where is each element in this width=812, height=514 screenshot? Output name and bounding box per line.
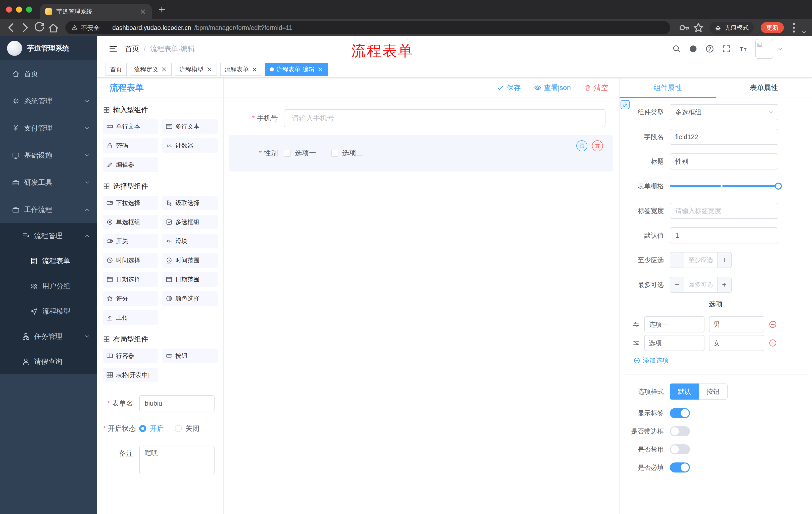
remove-option-icon[interactable] [769,339,777,347]
component-radio-group[interactable]: 单选框组 [103,215,158,229]
title-input[interactable] [670,154,778,169]
component-color-picker[interactable]: 颜色选择 [162,291,218,306]
slider-track[interactable] [670,185,778,187]
save-button[interactable]: 保存 [497,83,521,92]
sidebar-item-user-group[interactable]: 用户分组 [0,274,97,299]
sidebar-item-leave-query[interactable]: 请假查询 [0,349,97,374]
avatar-caret-icon[interactable] [777,46,783,52]
copy-widget-button[interactable] [576,140,587,152]
label-width-input[interactable] [670,203,778,219]
widget-phone[interactable]: 手机号 [229,104,613,132]
drag-handle-icon[interactable] [633,340,640,347]
page-tab-close-icon[interactable] [206,66,212,73]
component-type-select[interactable]: 多选框组 [670,104,778,120]
phone-input[interactable] [284,109,606,127]
page-tab-close-icon[interactable] [161,66,167,73]
page-tab-process-definition[interactable]: 流程定义 [129,63,172,76]
sidebar-item-workflow[interactable]: 工作流程 [0,196,97,223]
forward-button[interactable] [19,22,31,34]
option-value-input[interactable] [709,335,764,351]
sidebar-collapse-icon[interactable] [109,44,118,54]
status-radio-off[interactable]: 关闭 [175,424,200,433]
sidebar-item-process-mgmt[interactable]: 流程管理 [0,223,97,248]
increase-button[interactable] [717,277,731,292]
increase-button[interactable] [717,252,731,268]
component-checkbox-group[interactable]: 多选框组 [162,215,218,229]
widget-gender-selected[interactable]: 性别 选项一选项二 [229,135,613,171]
toggle-border[interactable] [670,426,690,436]
option-value-input[interactable] [709,316,764,332]
component-time-picker[interactable]: 时间选择 [103,253,158,268]
component-upload[interactable]: 上传 [103,310,158,325]
component-table[interactable]: 表格[开发中] [103,368,158,382]
help-icon[interactable] [705,45,714,53]
decrease-button[interactable] [670,252,685,268]
window-close-button[interactable] [6,6,12,12]
back-button[interactable] [5,22,17,34]
toggle-required[interactable] [670,462,690,472]
sidebar-item-process-model[interactable]: 流程模型 [0,299,97,324]
browser-menu-icon[interactable] [788,22,800,34]
form-name-input[interactable] [139,395,214,411]
slider-handle[interactable] [775,183,782,190]
component-editor[interactable]: 编辑器 [103,157,158,172]
component-date-picker[interactable]: 日期选择 [103,272,158,287]
user-avatar[interactable] [755,39,773,59]
toggle-disabled[interactable] [670,444,690,454]
reload-button[interactable] [33,22,45,34]
decrease-button[interactable] [670,277,685,292]
tab-close-icon[interactable] [139,8,147,15]
add-option-button[interactable]: 添加选项 [634,356,812,365]
remove-option-icon[interactable] [769,320,777,328]
app-logo-row[interactable]: 芋道管理系统 [0,36,97,60]
component-multi-line[interactable]: 多行文本 [162,119,218,134]
component-row-container[interactable]: 行容器 [103,349,158,363]
toggle-show-label[interactable] [670,408,690,418]
sidebar-item-devtools[interactable]: 研发工具 [0,169,97,196]
search-icon[interactable] [672,45,681,53]
component-password[interactable]: 密码 [103,138,158,153]
checkbox-unchecked-icon[interactable] [331,150,338,157]
page-tab-process-model[interactable]: 流程模型 [175,63,217,76]
form-remark-textarea[interactable]: 嘿嘿 [139,445,214,474]
component-counter[interactable]: 123计数器 [162,138,218,153]
page-tab-close-icon[interactable] [317,66,324,73]
view-json-button[interactable]: 查看json [534,83,571,92]
field-name-input[interactable] [670,129,778,145]
style-button-button[interactable]: 按钮 [699,383,728,400]
style-default-button[interactable]: 默认 [670,383,699,400]
component-single-line[interactable]: 单行文本 [103,119,158,134]
sidebar-item-system[interactable]: 系统管理 [0,87,97,115]
page-tab-process-form-edit[interactable]: 流程表单-编辑 [265,63,328,76]
component-rate[interactable]: 评分 [103,291,158,306]
min-select-value[interactable]: 至少应选 [685,252,717,268]
component-cascader[interactable]: 级联选择 [162,196,218,210]
sidebar-item-task-mgmt[interactable]: 任务管理 [0,324,97,349]
github-icon[interactable] [689,45,697,53]
component-select[interactable]: 下拉选择 [103,196,158,210]
status-radio-on[interactable]: 开启 [139,424,164,433]
breadcrumb-home[interactable]: 首页 [125,44,139,54]
checkbox-option[interactable]: 选项二 [331,148,363,158]
component-button[interactable]: 按钮 [162,349,218,363]
browser-tab[interactable]: 芋道管理系统 [40,4,152,19]
browser-home-button[interactable] [47,22,59,34]
address-bar[interactable]: 不安全 dashboard.yudao.iocoder.cn/bpm/manag… [65,21,670,34]
page-tab-process-form[interactable]: 流程表单 [220,63,262,76]
component-slider[interactable]: 滑块 [162,234,218,248]
tab-component-props[interactable]: 组件属性 [619,78,716,98]
drag-handle-icon[interactable] [633,321,640,328]
font-size-icon[interactable]: TT [738,45,747,53]
new-tab-button[interactable] [158,5,166,13]
component-time-range[interactable]: 时间范围 [162,253,218,268]
default-value-input[interactable] [670,227,778,243]
update-button[interactable]: 更新 [761,22,784,33]
page-tab-close-icon[interactable] [251,66,258,73]
clear-button[interactable]: 清空 [584,83,608,92]
delete-widget-button[interactable] [592,140,603,152]
checkbox-unchecked-icon[interactable] [284,150,291,157]
sidebar-item-process-form[interactable]: 流程表单 [0,248,97,274]
window-minimize-button[interactable] [16,6,22,12]
option-label-input[interactable] [644,335,704,351]
window-zoom-button[interactable] [26,6,32,12]
